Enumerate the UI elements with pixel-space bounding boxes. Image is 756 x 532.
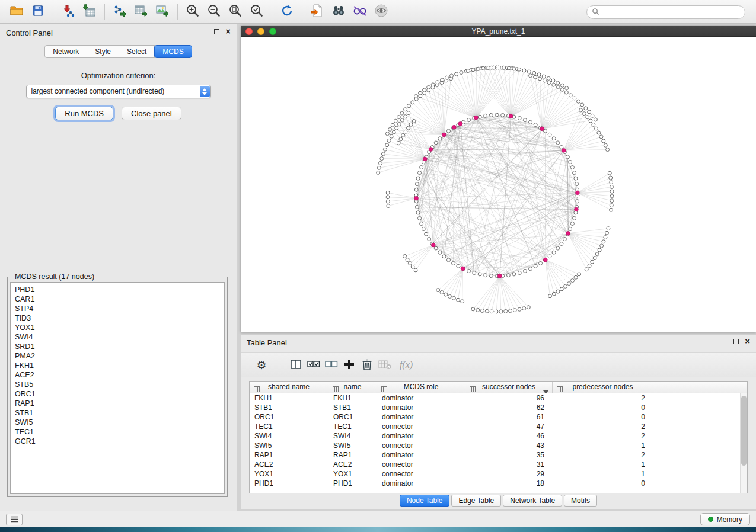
window-minimize-icon[interactable] [257, 28, 264, 35]
function-builder-button[interactable]: f(x) [394, 356, 419, 374]
float-panel-button[interactable] [214, 29, 219, 34]
column-visibility-button[interactable] [287, 356, 305, 374]
close-table-panel-button[interactable]: × [745, 338, 750, 344]
window-close-icon[interactable] [245, 28, 253, 35]
table-row[interactable]: ORC1ORC1dominator610 [250, 412, 747, 422]
tab-mcds[interactable]: MCDS [154, 45, 192, 58]
table-row[interactable]: STB1STB1dominator620 [250, 403, 747, 412]
result-node-item[interactable]: TEC1 [11, 427, 224, 437]
show-eye-button[interactable] [371, 2, 392, 21]
tab-network[interactable]: Network [44, 45, 87, 58]
column-sort-icon [381, 384, 387, 393]
result-node-item[interactable]: STB5 [11, 380, 224, 389]
save-session-button[interactable] [27, 2, 49, 21]
result-node-item[interactable]: STB1 [11, 408, 224, 418]
table-cell: connector [377, 469, 465, 479]
optimization-criterion-label: Optimization criterion: [0, 71, 237, 80]
result-node-item[interactable]: SWI5 [11, 418, 224, 427]
table-scrollbar-thumb[interactable] [741, 396, 747, 466]
result-node-item[interactable]: RAP1 [11, 399, 224, 408]
tab-motifs[interactable]: Motifs [564, 495, 597, 507]
deselect-all-button[interactable] [323, 356, 340, 374]
column-header-successor-nodes[interactable]: successor nodes [465, 382, 553, 393]
table-cell: ACE2 [250, 460, 328, 469]
criterion-dropdown[interactable]: largest connected component (undirected) [26, 85, 211, 98]
close-panel-button[interactable]: × [225, 28, 231, 34]
result-node-item[interactable]: FKH1 [11, 361, 224, 370]
result-node-item[interactable]: ORC1 [11, 389, 224, 399]
table-row[interactable]: ACE2ACE2connector311 [250, 460, 747, 469]
table-cell: 0 [553, 479, 653, 488]
dropdown-stepper-icon [200, 86, 210, 97]
column-header-predecessor-nodes[interactable]: predecessor nodes [553, 382, 653, 393]
table-cell: RAP1 [250, 450, 328, 460]
export-network-button[interactable] [109, 2, 130, 21]
export-image-button[interactable] [152, 2, 173, 21]
result-node-item[interactable]: SWI4 [11, 332, 224, 342]
float-table-panel-button[interactable] [733, 339, 739, 344]
column-header-filler [653, 382, 747, 393]
table-cell: connector [377, 422, 465, 431]
column-header-shared-name[interactable]: shared name [250, 382, 328, 393]
memory-button[interactable]: Memory [700, 513, 750, 525]
table-row[interactable]: PHD1PHD1dominator180 [250, 479, 747, 488]
result-node-item[interactable]: YOX1 [11, 323, 224, 332]
result-node-item[interactable]: PHD1 [11, 285, 224, 294]
table-settings-button[interactable]: ⚙ [253, 356, 270, 374]
table-row[interactable]: FKH1FKH1dominator962 [250, 393, 747, 403]
add-column-button[interactable] [340, 356, 358, 374]
zoom-fit-button[interactable] [225, 2, 246, 21]
network-window-titlebar[interactable]: YPA_prune.txt_1 [241, 26, 756, 37]
table-cell: 62 [465, 403, 553, 412]
global-search[interactable] [586, 5, 745, 19]
tab-style[interactable]: Style [87, 45, 119, 58]
tab-node-table[interactable]: Node Table [400, 495, 450, 507]
table-row[interactable]: RAP1RAP1dominator352 [250, 450, 747, 460]
result-node-item[interactable]: STP4 [11, 304, 224, 313]
open-session-button[interactable] [6, 2, 27, 21]
table-settings-icon: ⚙ [256, 358, 266, 371]
result-node-item[interactable]: TID3 [11, 313, 224, 323]
share-document-button[interactable] [307, 2, 328, 21]
table-row[interactable]: SWI4SWI4dominator462 [250, 431, 747, 441]
table-row[interactable]: TEC1TEC1connector472 [250, 422, 747, 431]
share-document-icon [310, 4, 324, 20]
delete-table-button[interactable] [376, 356, 394, 374]
tab-network-table[interactable]: Network Table [503, 495, 562, 507]
table-row[interactable]: YOX1YOX1connector291 [250, 469, 747, 479]
tab-edge-table[interactable]: Edge Table [451, 495, 501, 507]
result-node-item[interactable]: CAR1 [11, 294, 224, 304]
run-mcds-button[interactable]: Run MCDS [55, 107, 113, 120]
tab-select[interactable]: Select [119, 45, 155, 58]
table-row[interactable]: SWI5SWI5connector431 [250, 441, 747, 450]
select-all-button[interactable] [305, 356, 323, 374]
column-visibility-icon [290, 358, 302, 372]
hide-glasses-button[interactable] [349, 2, 371, 21]
export-network-icon [113, 4, 127, 20]
window-maximize-icon[interactable] [269, 28, 276, 35]
criterion-value: largest connected component (undirected) [31, 87, 165, 95]
result-node-item[interactable]: GCR1 [11, 437, 224, 446]
result-node-item[interactable]: SRD1 [11, 342, 224, 351]
console-toggle-button[interactable] [6, 514, 23, 525]
import-table-button[interactable] [79, 2, 100, 21]
search-network-button[interactable] [328, 2, 349, 21]
export-table-button[interactable] [130, 2, 152, 21]
search-input[interactable] [603, 8, 740, 17]
delete-column-button[interactable] [358, 356, 376, 374]
column-header-label: name [343, 383, 361, 391]
zoom-selected-button[interactable] [246, 2, 267, 21]
import-network-button[interactable] [58, 2, 79, 21]
column-header-name[interactable]: name [328, 382, 377, 393]
column-header-MCDS-role[interactable]: MCDS role [377, 382, 465, 393]
network-canvas[interactable] [241, 37, 756, 332]
table-panel: Table Panel × ⚙ f(x) shared namenameMCDS… [241, 335, 756, 509]
zoom-out-button[interactable] [203, 2, 225, 21]
import-network-icon [61, 4, 75, 20]
zoom-in-button[interactable] [182, 2, 203, 21]
result-node-item[interactable]: ACE2 [11, 370, 224, 380]
refresh-button[interactable] [276, 2, 298, 21]
result-node-item[interactable]: PMA2 [11, 351, 224, 361]
close-panel-action-button[interactable]: Close panel [122, 107, 181, 120]
table-scrollbar[interactable] [740, 393, 747, 493]
